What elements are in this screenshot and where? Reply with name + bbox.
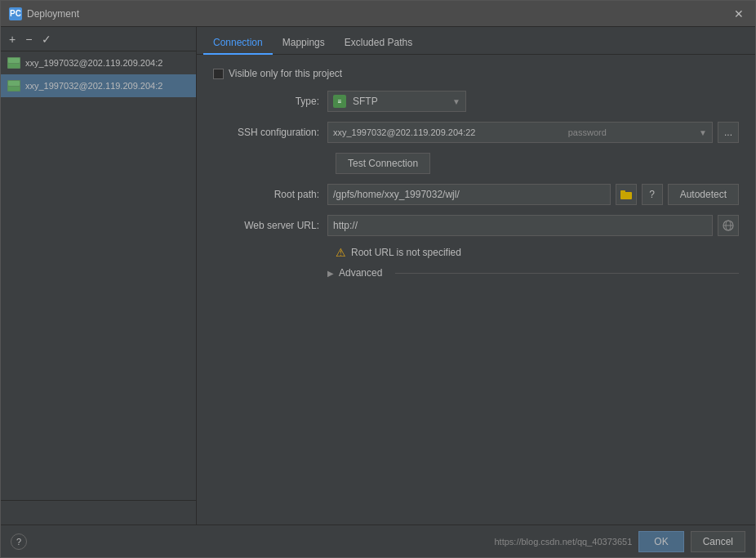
globe-icon [723,220,734,231]
app-icon: PC [9,7,22,20]
root-path-input[interactable] [327,184,611,205]
tab-mappings[interactable]: Mappings [273,32,335,55]
root-path-row: Root path: ? Autodetect [213,184,739,205]
sidebar-item-2[interactable]: xxy_1997032@202.119.209.204:2 [1,74,196,97]
question-icon: ? [649,189,655,200]
remove-button[interactable]: − [22,31,35,47]
type-field: ≡ SFTP ▼ [327,91,739,112]
panel-content: Visible only for this project Type: ≡ SF… [197,55,755,525]
test-connection-row: Test Connection [336,153,739,174]
deployment-dialog: PC Deployment ✕ + − ✓ xxy_1997032@202.11… [0,0,756,558]
sidebar: + − ✓ xxy_1997032@202.119.209.204:2 xxy_… [1,27,197,525]
title-bar: PC Deployment ✕ [1,1,755,27]
web-server-row: Web server URL: [213,215,739,236]
close-button[interactable]: ✕ [731,6,747,22]
svg-rect-3 [620,190,625,194]
root-path-help-button[interactable]: ? [642,184,663,205]
title-bar-left: PC Deployment [9,7,79,20]
advanced-row[interactable]: ▶ Advanced [327,267,739,279]
web-server-label: Web server URL: [213,220,327,231]
tab-connection[interactable]: Connection [203,32,273,55]
footer: ? https://blog.csdn.net/qq_40373651 OK C… [1,525,755,557]
web-server-globe-button[interactable] [718,215,739,236]
window-title: Deployment [27,8,79,20]
cancel-button[interactable]: Cancel [691,531,745,552]
add-button[interactable]: + [6,31,19,47]
type-select[interactable]: ≡ SFTP ▼ [327,91,466,112]
ssh-options-button[interactable]: ... [718,122,739,143]
root-path-field: ? Autodetect [327,184,739,205]
root-path-arrow [197,182,205,207]
ssh-row: SSH configuration: xxy_1997032@202.119.2… [213,122,739,143]
footer-url: https://blog.csdn.net/qq_40373651 [494,537,632,547]
ssh-dropdown-arrow: ▼ [699,128,707,137]
ssh-label: SSH configuration: [213,127,327,138]
root-path-label: Root path: [213,189,327,200]
sidebar-item-1[interactable]: xxy_1997032@202.119.209.204:2 [1,51,196,74]
check-button[interactable]: ✓ [38,31,55,47]
footer-right: https://blog.csdn.net/qq_40373651 OK Can… [494,531,745,552]
type-row: Type: ≡ SFTP ▼ [213,91,739,112]
tab-excluded-paths[interactable]: Excluded Paths [335,32,422,55]
help-icon: ? [16,537,21,547]
right-panel: Connection Mappings Excluded Paths Visib… [197,27,755,525]
sidebar-item-label-1: xxy_1997032@202.119.209.204:2 [25,58,162,68]
visible-only-row: Visible only for this project [213,68,739,79]
ssh-value: xxy_1997032@202.119.209.204:22 [333,127,475,137]
web-server-input[interactable] [327,215,713,236]
autodetect-button[interactable]: Autodetect [668,184,739,205]
sidebar-item-label-2: xxy_1997032@202.119.209.204:2 [25,81,162,91]
sidebar-bottom [1,500,196,525]
tabs: Connection Mappings Excluded Paths [197,27,755,55]
ok-button[interactable]: OK [638,531,683,552]
sidebar-list: xxy_1997032@202.119.209.204:2 xxy_199703… [1,51,196,500]
root-path-folder-button[interactable] [616,184,637,205]
type-dropdown-arrow: ▼ [452,97,460,106]
server-icon-1 [7,57,20,69]
warning-text: Root URL is not specified [351,247,461,258]
test-connection-button[interactable]: Test Connection [336,153,430,174]
help-button[interactable]: ? [11,533,27,550]
advanced-label: Advanced [339,267,382,279]
warning-icon: ⚠ [336,246,346,259]
main-content: + − ✓ xxy_1997032@202.119.209.204:2 xxy_… [1,27,755,525]
warning-row: ⚠ Root URL is not specified [336,246,739,259]
visible-only-checkbox[interactable] [213,69,224,79]
sftp-icon: ≡ [333,95,346,108]
footer-left: ? [11,533,27,550]
advanced-arrow-icon: ▶ [327,269,334,278]
ssh-field: xxy_1997032@202.119.209.204:22 password … [327,122,739,143]
server-icon-2 [7,80,20,92]
ssh-input[interactable]: xxy_1997032@202.119.209.204:22 password … [327,122,713,143]
folder-icon [620,190,632,199]
advanced-divider [395,273,739,274]
visible-only-label: Visible only for this project [229,68,342,79]
sidebar-toolbar: + − ✓ [1,27,196,51]
type-label: Type: [213,96,327,107]
web-server-field [327,215,739,236]
ssh-password: password [568,127,607,137]
